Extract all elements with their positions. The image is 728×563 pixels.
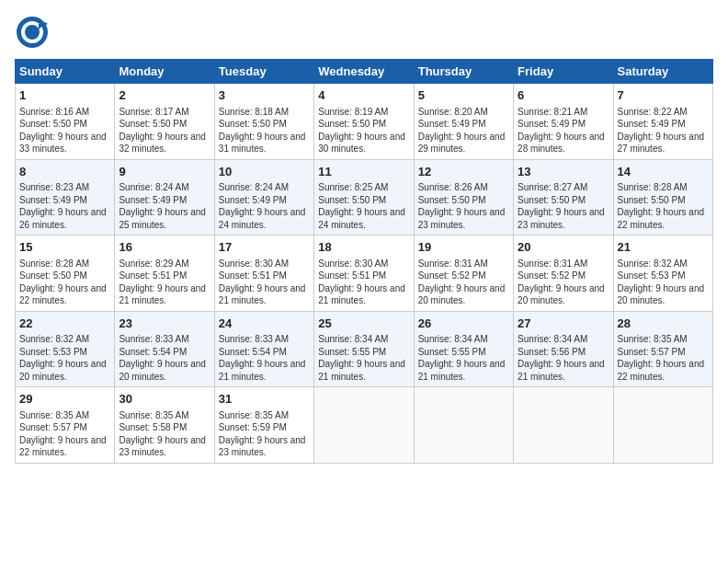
calendar-day-cell (514, 387, 613, 464)
day-info: Sunrise: 8:28 AM Sunset: 5:50 PM Dayligh… (618, 181, 709, 231)
day-number: 6 (518, 87, 609, 104)
calendar-day-cell: 29Sunrise: 8:35 AM Sunset: 5:57 PM Dayli… (16, 387, 115, 464)
day-number: 22 (19, 316, 110, 332)
calendar-day-cell: 9Sunrise: 8:24 AM Sunset: 5:49 PM Daylig… (115, 159, 214, 236)
day-info: Sunrise: 8:24 AM Sunset: 5:49 PM Dayligh… (119, 181, 210, 231)
day-number: 28 (618, 316, 709, 332)
calendar-day-cell: 1Sunrise: 8:16 AM Sunset: 5:50 PM Daylig… (16, 84, 115, 160)
weekday-header-cell: Friday (514, 60, 613, 84)
day-number: 15 (19, 239, 110, 256)
calendar-day-cell: 28Sunrise: 8:35 AM Sunset: 5:57 PM Dayli… (613, 311, 712, 387)
day-info: Sunrise: 8:35 AM Sunset: 5:59 PM Dayligh… (219, 409, 310, 459)
day-number: 14 (618, 164, 709, 180)
calendar-day-cell: 6Sunrise: 8:21 AM Sunset: 5:49 PM Daylig… (514, 84, 613, 160)
calendar-day-cell: 4Sunrise: 8:19 AM Sunset: 5:50 PM Daylig… (314, 84, 414, 160)
calendar-day-cell: 5Sunrise: 8:20 AM Sunset: 5:49 PM Daylig… (414, 84, 513, 160)
calendar-day-cell (314, 387, 414, 464)
day-info: Sunrise: 8:35 AM Sunset: 5:57 PM Dayligh… (19, 409, 110, 459)
day-info: Sunrise: 8:22 AM Sunset: 5:49 PM Dayligh… (618, 106, 709, 155)
calendar-day-cell: 8Sunrise: 8:23 AM Sunset: 5:49 PM Daylig… (16, 159, 115, 236)
calendar-day-cell: 2Sunrise: 8:17 AM Sunset: 5:50 PM Daylig… (115, 84, 214, 160)
day-number: 4 (318, 87, 409, 104)
day-info: Sunrise: 8:33 AM Sunset: 5:54 PM Dayligh… (219, 333, 310, 383)
calendar-week-row: 29Sunrise: 8:35 AM Sunset: 5:57 PM Dayli… (16, 387, 713, 464)
calendar-day-cell: 23Sunrise: 8:33 AM Sunset: 5:54 PM Dayli… (115, 311, 214, 387)
day-number: 12 (418, 164, 509, 180)
day-info: Sunrise: 8:31 AM Sunset: 5:52 PM Dayligh… (418, 258, 509, 307)
day-number: 16 (119, 239, 210, 256)
calendar-day-cell: 24Sunrise: 8:33 AM Sunset: 5:54 PM Dayli… (214, 311, 313, 387)
calendar-day-cell: 15Sunrise: 8:28 AM Sunset: 5:50 PM Dayli… (16, 236, 115, 312)
calendar-day-cell: 31Sunrise: 8:35 AM Sunset: 5:59 PM Dayli… (214, 387, 313, 464)
calendar-table: SundayMondayTuesdayWednesdayThursdayFrid… (15, 59, 713, 464)
weekday-header-cell: Saturday (613, 60, 712, 84)
calendar-day-cell: 20Sunrise: 8:31 AM Sunset: 5:52 PM Dayli… (514, 236, 613, 312)
calendar-day-cell (613, 387, 712, 464)
weekday-header-cell: Sunday (16, 60, 115, 84)
day-info: Sunrise: 8:35 AM Sunset: 5:57 PM Dayligh… (618, 333, 709, 383)
day-info: Sunrise: 8:16 AM Sunset: 5:50 PM Dayligh… (19, 106, 110, 155)
day-info: Sunrise: 8:32 AM Sunset: 5:53 PM Dayligh… (618, 258, 709, 307)
day-info: Sunrise: 8:26 AM Sunset: 5:50 PM Dayligh… (418, 181, 509, 231)
day-number: 17 (219, 239, 310, 256)
day-info: Sunrise: 8:34 AM Sunset: 5:55 PM Dayligh… (318, 333, 409, 383)
calendar-day-cell: 7Sunrise: 8:22 AM Sunset: 5:49 PM Daylig… (613, 84, 712, 160)
calendar-week-row: 1Sunrise: 8:16 AM Sunset: 5:50 PM Daylig… (16, 84, 713, 160)
calendar-week-row: 8Sunrise: 8:23 AM Sunset: 5:49 PM Daylig… (16, 159, 713, 236)
day-number: 5 (418, 87, 509, 104)
calendar-day-cell: 22Sunrise: 8:32 AM Sunset: 5:53 PM Dayli… (16, 311, 115, 387)
day-info: Sunrise: 8:21 AM Sunset: 5:49 PM Dayligh… (518, 106, 609, 155)
calendar-day-cell: 30Sunrise: 8:35 AM Sunset: 5:58 PM Dayli… (115, 387, 214, 464)
day-info: Sunrise: 8:17 AM Sunset: 5:50 PM Dayligh… (119, 106, 210, 155)
calendar-body: 1Sunrise: 8:16 AM Sunset: 5:50 PM Daylig… (16, 84, 713, 464)
day-number: 7 (618, 87, 709, 104)
calendar-day-cell: 19Sunrise: 8:31 AM Sunset: 5:52 PM Dayli… (414, 236, 513, 312)
day-info: Sunrise: 8:20 AM Sunset: 5:49 PM Dayligh… (418, 106, 509, 155)
svg-point-2 (25, 25, 40, 40)
day-info: Sunrise: 8:29 AM Sunset: 5:51 PM Dayligh… (119, 258, 210, 307)
day-info: Sunrise: 8:34 AM Sunset: 5:56 PM Dayligh… (518, 333, 609, 383)
calendar-week-row: 15Sunrise: 8:28 AM Sunset: 5:50 PM Dayli… (16, 236, 713, 312)
calendar-day-cell: 18Sunrise: 8:30 AM Sunset: 5:51 PM Dayli… (314, 236, 414, 312)
day-number: 20 (518, 239, 609, 256)
weekday-header-cell: Wednesday (314, 60, 414, 84)
calendar-day-cell: 13Sunrise: 8:27 AM Sunset: 5:50 PM Dayli… (514, 159, 613, 236)
day-info: Sunrise: 8:23 AM Sunset: 5:49 PM Dayligh… (19, 181, 110, 231)
calendar-day-cell: 25Sunrise: 8:34 AM Sunset: 5:55 PM Dayli… (314, 311, 414, 387)
day-number: 8 (19, 164, 110, 180)
day-number: 27 (518, 316, 609, 332)
weekday-header-cell: Tuesday (214, 60, 313, 84)
day-info: Sunrise: 8:35 AM Sunset: 5:58 PM Dayligh… (119, 409, 210, 459)
day-number: 2 (119, 87, 210, 104)
day-number: 24 (219, 316, 310, 332)
day-number: 19 (418, 239, 509, 256)
calendar-day-cell: 14Sunrise: 8:28 AM Sunset: 5:50 PM Dayli… (613, 159, 712, 236)
calendar-week-row: 22Sunrise: 8:32 AM Sunset: 5:53 PM Dayli… (16, 311, 713, 387)
weekday-header-cell: Monday (115, 60, 214, 84)
day-info: Sunrise: 8:25 AM Sunset: 5:50 PM Dayligh… (318, 181, 409, 231)
weekday-header-cell: Thursday (414, 60, 513, 84)
calendar-day-cell: 17Sunrise: 8:30 AM Sunset: 5:51 PM Dayli… (214, 236, 313, 312)
day-number: 29 (19, 391, 110, 408)
day-number: 9 (119, 164, 210, 180)
calendar-day-cell: 16Sunrise: 8:29 AM Sunset: 5:51 PM Dayli… (115, 236, 214, 312)
day-number: 10 (219, 164, 310, 180)
page-header (15, 15, 713, 50)
day-number: 1 (19, 87, 110, 104)
day-info: Sunrise: 8:30 AM Sunset: 5:51 PM Dayligh… (318, 258, 409, 307)
calendar-day-cell: 10Sunrise: 8:24 AM Sunset: 5:49 PM Dayli… (214, 159, 313, 236)
calendar-day-cell: 11Sunrise: 8:25 AM Sunset: 5:50 PM Dayli… (314, 159, 414, 236)
day-info: Sunrise: 8:32 AM Sunset: 5:53 PM Dayligh… (19, 333, 110, 383)
day-number: 18 (318, 239, 409, 256)
day-info: Sunrise: 8:33 AM Sunset: 5:54 PM Dayligh… (119, 333, 210, 383)
calendar-day-cell: 27Sunrise: 8:34 AM Sunset: 5:56 PM Dayli… (514, 311, 613, 387)
day-number: 30 (119, 391, 210, 408)
day-number: 25 (318, 316, 409, 332)
day-number: 21 (618, 239, 709, 256)
day-info: Sunrise: 8:18 AM Sunset: 5:50 PM Dayligh… (219, 106, 310, 155)
day-number: 11 (318, 164, 409, 180)
day-number: 13 (518, 164, 609, 180)
calendar-day-cell: 3Sunrise: 8:18 AM Sunset: 5:50 PM Daylig… (214, 84, 313, 160)
logo-icon (15, 15, 50, 50)
day-info: Sunrise: 8:27 AM Sunset: 5:50 PM Dayligh… (518, 181, 609, 231)
